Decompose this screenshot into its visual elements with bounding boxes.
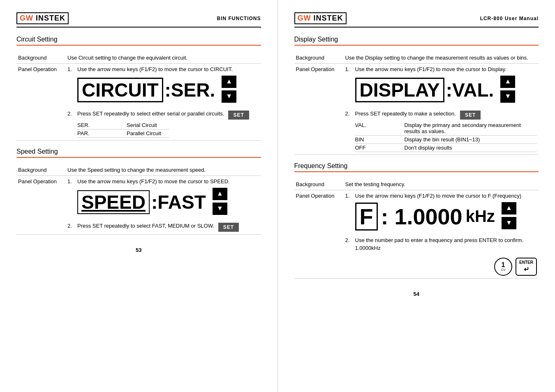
speed-setting-title: Speed Setting (16, 148, 261, 155)
speed-step1-num: 1. (67, 178, 75, 184)
circuit-down-arrow[interactable]: ▼ (222, 90, 236, 103)
freq-step2-row: 2. Use the number pad to enter a frequen… (345, 237, 537, 276)
circuit-display-rest: :SER. (165, 79, 215, 101)
enter-arrow-icon: ↵ (524, 265, 529, 273)
circuit-panel-op-row: Panel Operation 1. Use the arrow menu ke… (16, 64, 261, 141)
circuit-step1-content: Use the arrow menu keys (F1/F2) to move … (77, 66, 259, 104)
key-1-button[interactable]: 1 CV (494, 258, 512, 276)
freq-value-text: 1.0000kHz (355, 245, 537, 251)
circuit-step1-row: 1. Use the arrow menu keys (F1/F2) to mo… (67, 66, 259, 104)
left-page: GW INSTEK BIN FUNCTIONS Circuit Setting … (0, 0, 278, 392)
display-step1-text: Use the arrow menu keys (F1/F2) to move … (355, 66, 537, 72)
circuit-ser-code: SER. (77, 121, 127, 129)
display-off-row: OFF Don't display results (355, 144, 537, 152)
display-step2-num: 2. (345, 111, 353, 117)
speed-display-rest: :FAST (151, 191, 206, 213)
freq-panel-op-cell: 1. Use the arrow menu keys (F1/F2) to mo… (345, 193, 537, 276)
display-down-arrow[interactable]: ▼ (500, 90, 515, 103)
circuit-ser-desc: Serial Circuit (127, 121, 169, 129)
enter-button[interactable]: ENTER ↵ (516, 258, 537, 276)
speed-up-arrow[interactable]: ▲ (213, 188, 227, 200)
freq-panel-op-row: Panel Operation 1. Use the arrow menu ke… (294, 190, 539, 279)
freq-step2-text: Use the number pad to enter a frequency … (355, 237, 537, 243)
display-setting-table: Background Use the Display setting to ch… (294, 52, 539, 155)
speed-background-label: Background (16, 164, 66, 176)
display-step1-row: 1. Use the arrow menu keys (F1/F2) to mo… (345, 66, 537, 104)
circuit-step2-num: 2. (67, 111, 75, 117)
freq-step2-num: 2. (345, 237, 353, 243)
circuit-background-text: Use Circuit setting to change the equiva… (66, 52, 261, 64)
speed-setting-table: Background Use the Speed setting to chan… (16, 164, 261, 235)
freq-display-row: F : 1.0000 kHz ▲ ▼ (355, 202, 537, 231)
freq-display-val: : 1.0000 (381, 204, 462, 229)
freq-setting-table: Background Set the testing frequency. Pa… (294, 179, 539, 279)
display-arrow-stack: ▲ ▼ (500, 76, 515, 104)
speed-panel-op-content: 1. Use the arrow menu keys (F1/F2) to mo… (66, 176, 261, 235)
display-step1-content: Use the arrow menu keys (F1/F2) to move … (355, 66, 537, 104)
display-bin-row: BIN Display the bin result (BIN1~13) (355, 136, 537, 144)
display-display-rest: :VAL. (446, 79, 494, 101)
display-val-code: VAL. (355, 121, 405, 136)
display-step2-text: Press SET repeatedly to make a selection… (355, 111, 456, 117)
circuit-set-button[interactable]: SET (228, 111, 249, 120)
freq-panel-op-content: 1. Use the arrow menu keys (F1/F2) to mo… (344, 190, 539, 279)
circuit-step1-num: 1. (67, 66, 75, 72)
freq-down-arrow[interactable]: ▼ (502, 217, 516, 229)
circuit-background-row: Background Use Circuit setting to change… (16, 52, 261, 64)
display-display-word: DISPLAY (355, 78, 444, 102)
display-panel-op-label: Panel Operation (294, 64, 344, 155)
speed-set-button[interactable]: SET (218, 223, 239, 232)
right-page: GW INSTEK LCR-800 User Manual Display Se… (278, 0, 555, 392)
freq-step1-text: Use the arrow menu keys (F1/F2) to move … (355, 193, 537, 199)
display-off-code: OFF (355, 144, 405, 152)
circuit-up-arrow[interactable]: ▲ (222, 76, 236, 88)
speed-step2-num: 2. (67, 223, 75, 229)
circuit-panel-op-label: Panel Operation (16, 64, 66, 141)
speed-step1-content: Use the arrow menu keys (F1/F2) to move … (77, 178, 259, 216)
circuit-display-word: CIRCUIT (77, 78, 163, 102)
right-page-number: 54 (294, 291, 539, 297)
circuit-ser-row: SER. Serial Circuit (77, 121, 169, 129)
circuit-par-desc: Parallel Circuit (127, 129, 169, 138)
speed-step2-content: Press SET repeatedly to select FAST, MED… (77, 223, 259, 232)
speed-step2-text: Press SET repeatedly to select FAST, MED… (77, 223, 214, 229)
freq-background-text: Set the testing frequency. (344, 179, 539, 190)
speed-panel-op-row: Panel Operation 1. Use the arrow menu ke… (16, 176, 261, 235)
key-1-sub: CV (501, 268, 505, 272)
display-val-row: VAL. Display the primary and secondary m… (355, 121, 537, 136)
display-step2-content: Press SET repeatedly to make a selection… (355, 111, 537, 152)
freq-up-arrow[interactable]: ▲ (502, 202, 516, 214)
enter-label: ENTER (519, 260, 533, 265)
speed-step1-text: Use the arrow menu keys (F1/F2) to move … (77, 178, 259, 184)
circuit-display-row: CIRCUIT :SER. ▲ ▼ (77, 76, 259, 104)
display-step2-row: 2. Press SET repeatedly to make a select… (345, 111, 537, 152)
display-set-button[interactable]: SET (460, 111, 481, 120)
circuit-code-table: SER. Serial Circuit PAR. Parallel Circui… (77, 121, 259, 138)
display-step1-num: 1. (345, 66, 353, 72)
speed-display-row: SPEED :FAST ▲ ▼ (77, 188, 259, 216)
left-header: GW INSTEK BIN FUNCTIONS (16, 12, 261, 24)
right-logo: GW INSTEK (294, 12, 347, 24)
circuit-step1-text: Use the arrow menu keys (F1/F2) to move … (77, 66, 259, 72)
page-container: GW INSTEK BIN FUNCTIONS Circuit Setting … (0, 0, 555, 392)
left-page-number: 53 (16, 247, 261, 253)
left-logo: GW INSTEK (16, 12, 69, 24)
display-panel-op-cell: 1. Use the arrow menu keys (F1/F2) to mo… (345, 66, 537, 152)
circuit-setting-title: Circuit Setting (16, 36, 261, 43)
key-illustration: 1 CV ENTER ↵ (355, 258, 537, 276)
speed-arrow-stack: ▲ ▼ (213, 188, 227, 216)
circuit-step2-content: Press SET repeatedly to select either se… (77, 111, 259, 138)
circuit-panel-op-content: 1. Use the arrow menu keys (F1/F2) to mo… (66, 64, 261, 141)
speed-panel-op-label: Panel Operation (16, 176, 66, 235)
display-up-arrow[interactable]: ▲ (500, 76, 515, 88)
right-header: GW INSTEK LCR-800 User Manual (294, 12, 539, 24)
speed-panel-op-cell: 1. Use the arrow menu keys (F1/F2) to mo… (67, 178, 259, 232)
speed-step2-row: 2. Press SET repeatedly to select FAST, … (67, 223, 259, 232)
freq-arrow-stack: ▲ ▼ (502, 202, 516, 231)
display-background-label: Background (294, 52, 344, 64)
speed-background-text: Use the Speed setting to change the meas… (66, 164, 261, 176)
display-background-text: Use the Display setting to change the me… (344, 52, 539, 64)
circuit-step2-text: Press SET repeatedly to select either se… (77, 111, 224, 117)
speed-down-arrow[interactable]: ▼ (213, 203, 227, 215)
circuit-background-label: Background (16, 52, 66, 64)
